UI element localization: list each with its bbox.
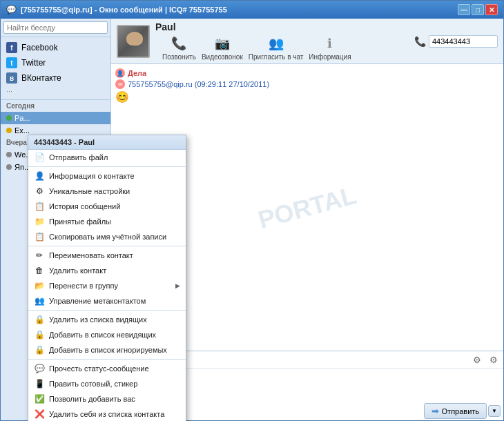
- video-icon: 📷: [213, 35, 232, 52]
- move-group-icon: 📂: [34, 280, 45, 291]
- user-avatar-icon-2: ✉: [115, 79, 125, 89]
- ctx-remove-visible[interactable]: 🔒 Удалить из списка видящих: [28, 312, 186, 327]
- ctx-send-file[interactable]: 📄 Отправить файл: [28, 150, 186, 165]
- send-dropdown-button[interactable]: ▼: [488, 405, 501, 417]
- message-row-2: ✉ 755755755@qip.ru (09:29:11 27/10/2011): [115, 79, 499, 89]
- avatar: [117, 25, 150, 58]
- emoji-1: 😊: [115, 90, 129, 104]
- gear-icon[interactable]: ⚙: [470, 353, 484, 366]
- window-title: [755755755@qip.ru] - Окно сообщений | IC…: [21, 6, 227, 14]
- delete-icon: 🗑: [34, 265, 45, 276]
- manage-meta-icon: 👥: [34, 295, 45, 306]
- ctx-manage-meta[interactable]: 👥 Управление метаконтактом: [28, 293, 186, 309]
- ctx-divider-3: [28, 310, 186, 311]
- video-button[interactable]: 📷 Видеозвонок: [202, 35, 243, 61]
- send-button[interactable]: ➡ Отправить: [424, 403, 487, 419]
- header-right: Paul 📞 Позвонить 📷 Видеозвонок 👥 Приг: [155, 21, 351, 61]
- message-history-icon: 📋: [34, 201, 45, 212]
- ctx-remove-self[interactable]: ❌ Удалить себя из списка контакта: [28, 407, 186, 421]
- message-text-2: 755755755@qip.ru (09:29:11 27/10/2011): [128, 80, 269, 88]
- toolbar-right: ⚙ ⚙: [470, 353, 501, 366]
- twitter-icon: t: [6, 57, 17, 68]
- ctx-divider-4: [28, 359, 186, 360]
- ctx-edit-sticker-label: Править сотовый, стикер: [49, 380, 137, 388]
- video-label: Видеозвонок: [202, 53, 243, 61]
- ctx-message-history[interactable]: 📋 История сообщений: [28, 199, 186, 214]
- ctx-unique-settings-label: Уникальные настройки: [49, 187, 130, 195]
- contact-info-icon: 👤: [34, 170, 45, 182]
- ctx-move-group[interactable]: 📂 Перенести в группу ▶: [28, 278, 186, 293]
- ctx-add-ignore[interactable]: 🔒 Добавить в список игнорируемых: [28, 342, 186, 358]
- allow-add-icon: ✅: [34, 393, 45, 404]
- send-file-icon: 📄: [34, 152, 45, 163]
- context-menu: 443443443 - Paul 📄 Отправить файл 👤 Инфо…: [28, 135, 186, 421]
- ctx-add-invisible[interactable]: 🔒 Добавить в список невидящих: [28, 327, 186, 342]
- chat-header: Paul 📞 Позвонить 📷 Видеозвонок 👥 Приг: [111, 19, 503, 64]
- contact-display-name: Paul: [155, 21, 351, 32]
- message-row-3: 😊: [115, 90, 499, 104]
- ctx-received-files[interactable]: 📁 Принятые файлы: [28, 214, 186, 229]
- send-label: Отправить: [442, 407, 480, 415]
- ctx-divider-1: [28, 166, 186, 167]
- ctx-contact-info-label: Информация о контакте: [49, 172, 135, 180]
- facebook-icon: f: [6, 42, 17, 53]
- status-dot-yellow: [6, 128, 12, 133]
- ctx-delete-contact[interactable]: 🗑 Удалить контакт: [28, 263, 186, 278]
- facebook-label: Facebook: [21, 43, 58, 52]
- phone-icon: 📞: [414, 36, 426, 47]
- invite-icon: 👥: [266, 35, 286, 52]
- message-row-1: 👤 Дела: [115, 68, 499, 78]
- sidebar-item-twitter[interactable]: t Twitter: [1, 55, 110, 70]
- ctx-add-ignore-label: Добавить в список игнорируемых: [49, 346, 167, 354]
- received-files-icon: 📁: [34, 216, 45, 227]
- watermark: PORTAL: [255, 180, 359, 234]
- info-button[interactable]: ℹ Информация: [309, 35, 351, 61]
- avatar-face: [126, 32, 143, 46]
- invite-button[interactable]: 👥 Пригласить в чат: [249, 35, 304, 61]
- title-bar: 💬 [755755755@qip.ru] - Окно сообщений | …: [1, 1, 503, 19]
- ctx-read-status-label: Прочесть статус-сообщение: [49, 364, 149, 373]
- search-input[interactable]: [3, 21, 108, 34]
- settings-icon[interactable]: ⚙: [487, 353, 501, 366]
- chat-actions: 📞 Позвонить 📷 Видеозвонок 👥 Пригласить в…: [162, 35, 351, 61]
- info-icon: ℹ: [320, 35, 340, 52]
- info-label: Информация: [309, 53, 351, 61]
- ctx-unique-settings[interactable]: ⚙ Уникальные настройки: [28, 184, 186, 199]
- ctx-contact-info[interactable]: 👤 Информация о контакте: [28, 168, 186, 184]
- sidebar-item-facebook[interactable]: f Facebook: [1, 40, 110, 55]
- ctx-rename-contact[interactable]: ✏ Переименовать контакт: [28, 248, 186, 263]
- call-button[interactable]: 📞 Позвонить: [162, 35, 196, 61]
- ctx-copy-account[interactable]: 📋 Скопировать имя учётной записи: [28, 229, 186, 244]
- more-indicator: ···: [1, 86, 110, 97]
- ctx-copy-account-label: Скопировать имя учётной записи: [49, 233, 166, 241]
- title-bar-left: 💬 [755755755@qip.ru] - Окно сообщений | …: [6, 5, 227, 14]
- today-label: Сегодня: [1, 100, 110, 112]
- ctx-move-group-label: Перенести в группу: [49, 282, 118, 290]
- rename-icon: ✏: [34, 250, 45, 261]
- contact-item-pa[interactable]: Pa...: [1, 112, 110, 124]
- ctx-delete-label: Удалить контакт: [49, 266, 106, 275]
- twitter-label: Twitter: [21, 58, 46, 68]
- ctx-rename-label: Переименовать контакт: [49, 251, 133, 260]
- ctx-remove-visible-label: Удалить из списка видящих: [49, 315, 147, 324]
- close-button[interactable]: ✕: [485, 4, 498, 15]
- ctx-allow-add-label: Позволить добавить вас: [49, 395, 135, 403]
- social-items: f Facebook t Twitter в ВКонтакте ···: [1, 37, 110, 100]
- ctx-manage-meta-label: Управление метаконтактом: [49, 297, 146, 305]
- maximize-button[interactable]: □: [472, 4, 484, 15]
- ctx-message-history-label: История сообщений: [49, 202, 120, 210]
- ctx-allow-add[interactable]: ✅ Позволить добавить вас: [28, 391, 186, 407]
- ctx-remove-self-label: Удалить себя из списка контакта: [49, 410, 164, 418]
- ctx-read-status[interactable]: 💬 Прочесть статус-сообщение: [28, 361, 186, 376]
- sidebar-item-vkontakte[interactable]: в ВКонтакте: [1, 70, 110, 86]
- message-text-1: Дела: [128, 69, 146, 77]
- add-ignore-icon: 🔒: [34, 344, 45, 355]
- read-status-icon: 💬: [34, 363, 45, 374]
- minimize-button[interactable]: —: [458, 4, 470, 15]
- ctx-send-file-label: Отправить файл: [49, 153, 108, 161]
- remove-self-icon: ❌: [34, 409, 45, 420]
- phone-input[interactable]: [429, 35, 498, 48]
- edit-sticker-icon: 📱: [34, 378, 45, 389]
- ctx-edit-sticker[interactable]: 📱 Править сотовый, стикер: [28, 376, 186, 391]
- phone-field: 📞: [414, 35, 498, 48]
